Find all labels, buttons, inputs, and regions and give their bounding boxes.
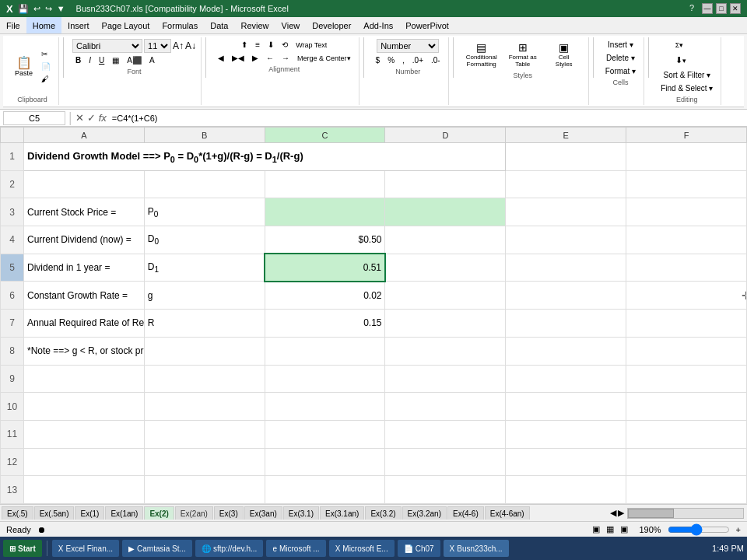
sheet-tab-ex1an[interactable]: Ex(1an) [105, 506, 143, 520]
wrap-text-button[interactable]: Wrap Text [293, 40, 330, 51]
cell-d5[interactable] [385, 254, 506, 282]
taskbar-busn233[interactable]: X Busn233ch... [444, 540, 509, 557]
quick-access-undo[interactable]: ↩ [33, 4, 40, 14]
sort-filter-button[interactable]: Sort & Filter ▾ [661, 69, 714, 81]
menu-data[interactable]: Data [204, 17, 234, 33]
text-direction-button[interactable]: ⟲ [279, 39, 291, 51]
cell-e11[interactable] [506, 420, 626, 448]
insert-function-icon[interactable]: fx [99, 112, 107, 124]
currency-button[interactable]: $ [373, 54, 384, 66]
insert-button[interactable]: Insert ▾ [605, 39, 637, 51]
increase-indent-button[interactable]: → [279, 52, 293, 64]
quick-access-save[interactable]: 💾 [18, 4, 29, 14]
sheet-tab-ex1[interactable]: Ex(1) [75, 506, 104, 520]
cell-a10[interactable] [24, 393, 145, 421]
cell-c10[interactable] [265, 393, 385, 421]
align-bottom-button[interactable]: ⬇ [265, 39, 277, 51]
taskbar-microsoft-e[interactable]: X Microsoft E... [329, 540, 395, 557]
cell-c11[interactable] [265, 420, 385, 448]
cell-e2[interactable] [506, 170, 626, 198]
cell-f8[interactable] [626, 337, 747, 365]
scrollbar-thumb[interactable] [628, 509, 674, 518]
cell-c4[interactable]: $0.50 [265, 226, 385, 254]
cell-e8[interactable] [506, 337, 626, 365]
font-size-select[interactable]: 11 [144, 39, 171, 53]
sheet-tab-ex2[interactable]: Ex(2) [144, 506, 174, 520]
copy-button[interactable]: 📄 [38, 61, 54, 72]
sheet-tab-ex32an[interactable]: Ex(3.2an) [402, 506, 447, 520]
sheet-nav-right[interactable]: ▶ [618, 508, 624, 518]
cell-c12[interactable] [265, 448, 385, 476]
font-color-button[interactable]: A [146, 54, 158, 66]
increase-font-icon[interactable]: A↑ [173, 40, 184, 51]
sheet-tab-ex5[interactable]: Ex(.5) [2, 506, 33, 520]
quick-access-dropdown[interactable]: ▼ [57, 4, 65, 13]
help-icon[interactable]: ? [689, 3, 694, 14]
cell-e4[interactable] [506, 226, 626, 254]
minimize-button[interactable]: — [702, 3, 713, 14]
align-middle-button[interactable]: ≡ [252, 39, 263, 51]
cell-a3[interactable]: Current Stock Price = [24, 198, 145, 226]
sheet-tab-ex3an[interactable]: Ex(3an) [244, 506, 282, 520]
cell-c9[interactable] [265, 365, 385, 393]
start-button[interactable]: ⊞ Start [3, 540, 42, 557]
underline-button[interactable]: U [96, 54, 107, 66]
bold-button[interactable]: B [72, 54, 84, 66]
zoom-slider[interactable] [668, 525, 730, 534]
taskbar-microsoft1[interactable]: e Microsoft ... [266, 540, 325, 557]
cell-c2[interactable] [265, 170, 385, 198]
cell-b11[interactable] [144, 420, 265, 448]
decrease-font-icon[interactable]: A↓ [185, 40, 196, 51]
cell-a1[interactable]: Dividend Growth Model ==> P0 = D0*(1+g)/… [24, 143, 506, 171]
cell-a12[interactable] [24, 448, 145, 476]
col-header-c[interactable]: C [265, 128, 385, 143]
cell-c8[interactable] [265, 337, 385, 365]
cell-f7[interactable] [626, 310, 747, 338]
cell-d7[interactable] [385, 310, 506, 338]
col-header-b[interactable]: B [144, 128, 265, 143]
col-header-f[interactable]: F [626, 128, 747, 143]
conditional-formatting-button[interactable]: ▤ ConditionalFormatting [462, 39, 501, 70]
fill-color-button[interactable]: A⬛ [124, 54, 145, 66]
cell-f5[interactable] [626, 254, 747, 282]
cell-d9[interactable] [385, 365, 506, 393]
cell-e10[interactable] [506, 393, 626, 421]
cell-f1[interactable] [626, 143, 747, 171]
cell-a5[interactable]: Dividend in 1 year = [24, 254, 145, 282]
autosum-button[interactable]: Σ ▾ [672, 39, 703, 51]
cell-a7[interactable]: Annual Required Rate of Return = [24, 310, 145, 338]
align-right-button[interactable]: ▶ [249, 52, 261, 64]
cell-b12[interactable] [144, 448, 265, 476]
format-button[interactable]: Format ▾ [602, 65, 639, 77]
menu-formulas[interactable]: Formulas [156, 17, 204, 33]
col-header-a[interactable]: A [24, 128, 145, 143]
menu-page-layout[interactable]: Page Layout [96, 17, 156, 33]
number-format-select[interactable]: Number [377, 39, 439, 53]
merge-center-button[interactable]: Merge & Center▾ [294, 53, 354, 64]
cell-b10[interactable] [144, 393, 265, 421]
border-button[interactable]: ▦ [109, 54, 122, 66]
menu-review[interactable]: Review [234, 17, 275, 33]
view-page-layout-button[interactable]: ▦ [606, 524, 614, 534]
cell-b13[interactable] [144, 476, 265, 504]
format-painter-button[interactable]: 🖌 [38, 73, 54, 85]
col-header-e[interactable]: E [506, 128, 626, 143]
fill-button[interactable]: ⬇ ▾ [672, 53, 703, 68]
italic-button[interactable]: I [86, 54, 94, 66]
align-center-button[interactable]: ▶◀ [229, 52, 247, 64]
cancel-formula-icon[interactable]: ✕ [75, 112, 84, 124]
menu-powerpivot[interactable]: PowerPivot [399, 17, 455, 33]
cell-d11[interactable] [385, 420, 506, 448]
cell-b6[interactable]: g [144, 282, 265, 310]
cell-b9[interactable] [144, 365, 265, 393]
view-normal-button[interactable]: ▣ [592, 524, 600, 534]
cell-a13[interactable] [24, 476, 145, 504]
taskbar-sftp[interactable]: 🌐 sftp://dev.h... [195, 540, 264, 557]
cell-f3[interactable] [626, 198, 747, 226]
cell-a6[interactable]: Constant Growth Rate = [24, 282, 145, 310]
cell-e6[interactable] [506, 282, 626, 310]
cell-b3[interactable]: P0 [144, 198, 265, 226]
record-macro-icon[interactable]: ⏺ [37, 525, 46, 534]
cell-f2[interactable] [626, 170, 747, 198]
cell-a11[interactable] [24, 420, 145, 448]
